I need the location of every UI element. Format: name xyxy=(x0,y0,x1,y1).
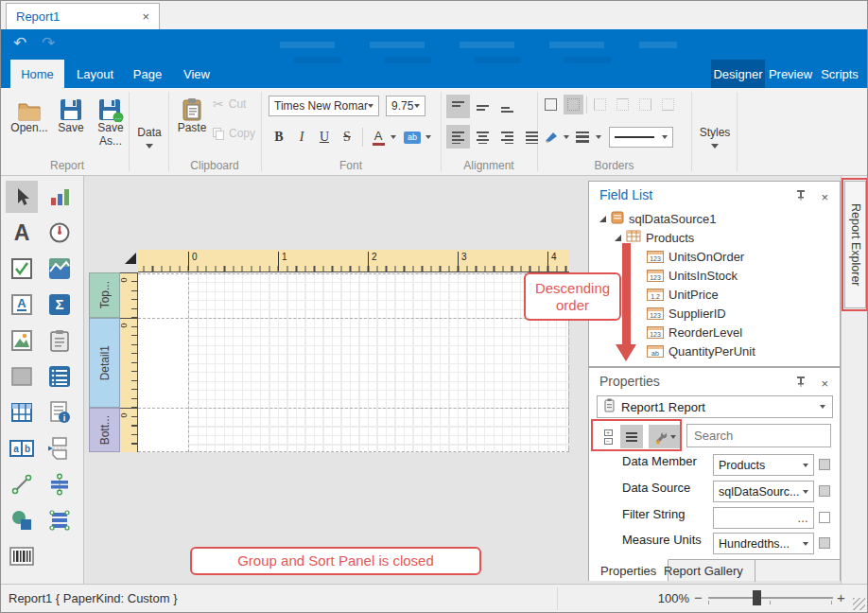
resize-grip[interactable] xyxy=(853,598,865,610)
align-left-button[interactable] xyxy=(446,125,470,149)
align-right-button[interactable] xyxy=(495,125,519,149)
expand-icon[interactable] xyxy=(599,216,606,222)
tree-field-row[interactable]: 123 UnitsOnOrder xyxy=(647,247,744,266)
tool-check-box[interactable] xyxy=(6,253,38,285)
border-color-dropdown-icon[interactable] xyxy=(564,135,569,139)
tool-page-info[interactable]: i xyxy=(43,396,76,429)
highlight-button[interactable]: ab xyxy=(404,131,421,144)
property-marker[interactable] xyxy=(819,512,830,523)
underline-button[interactable]: U xyxy=(314,126,335,149)
tool-pointer[interactable] xyxy=(6,181,38,213)
font-color-button[interactable]: A xyxy=(368,126,389,149)
cut-button[interactable]: ✂ Cut xyxy=(213,96,246,112)
border-right-button[interactable] xyxy=(635,95,655,114)
border-bottom-button[interactable] xyxy=(658,95,678,114)
bold-button[interactable]: B xyxy=(269,126,289,149)
pin-icon[interactable] xyxy=(796,188,806,205)
font-family-combo[interactable]: Times New Romar xyxy=(269,96,379,116)
strikeout-button[interactable]: S xyxy=(337,126,357,149)
ribbon-tab-home[interactable]: Home xyxy=(10,60,64,88)
data-source-dropdown[interactable]: sqlDataSourc... xyxy=(713,481,814,502)
border-all-button[interactable] xyxy=(541,95,561,114)
highlight-dropdown-icon[interactable] xyxy=(425,135,431,139)
tool-page-break[interactable] xyxy=(43,432,76,464)
ribbon-tab-page[interactable]: Page xyxy=(126,60,169,88)
tool-picture-box[interactable] xyxy=(6,324,38,357)
data-button[interactable]: Data xyxy=(132,94,166,154)
view-tab-preview[interactable]: Preview xyxy=(767,60,814,88)
measure-units-dropdown[interactable]: Hundredths... xyxy=(713,533,814,554)
save-as-button[interactable]: … Save As... xyxy=(91,94,130,149)
italic-button[interactable]: I xyxy=(291,126,312,149)
tree-field-row[interactable]: 123 SupplierID xyxy=(647,304,726,323)
properties-search-input[interactable] xyxy=(686,424,831,447)
tool-table[interactable] xyxy=(6,396,38,429)
property-marker[interactable] xyxy=(819,459,830,470)
align-middle-button[interactable] xyxy=(471,95,495,118)
tool-label[interactable]: A xyxy=(6,217,38,249)
view-tab-designer[interactable]: Designer xyxy=(711,60,765,88)
font-size-combo[interactable]: 9.75 xyxy=(386,96,425,116)
tool-gauge[interactable] xyxy=(43,217,76,249)
filter-string-editor[interactable]: … xyxy=(713,507,814,529)
zoom-slider-thumb[interactable] xyxy=(753,590,761,605)
tool-panel[interactable] xyxy=(43,324,76,357)
property-marker[interactable] xyxy=(819,485,830,497)
align-center-button[interactable] xyxy=(471,125,495,149)
undo-icon[interactable]: ↶ xyxy=(13,33,26,53)
border-width-icon[interactable] xyxy=(571,125,594,149)
ribbon-tab-view[interactable]: View xyxy=(175,60,218,88)
paste-button[interactable]: Paste xyxy=(175,94,209,135)
styles-button[interactable]: Styles xyxy=(695,94,735,154)
expand-icon[interactable] xyxy=(615,235,621,241)
border-left-button[interactable] xyxy=(590,95,610,114)
font-color-dropdown-icon[interactable] xyxy=(391,135,396,139)
tool-shape[interactable] xyxy=(6,504,38,536)
border-inside-button[interactable] xyxy=(564,95,583,114)
copy-button[interactable]: Copy xyxy=(213,127,255,140)
tool-line[interactable] xyxy=(6,468,38,500)
tool-chart[interactable] xyxy=(43,181,76,213)
document-tab-report1[interactable]: Report1 × xyxy=(6,3,160,29)
tool-rich-text[interactable]: A xyxy=(6,289,38,321)
tool-summary[interactable]: Σ xyxy=(43,289,76,321)
tool-list[interactable] xyxy=(43,360,76,393)
zoom-out-button[interactable]: − xyxy=(694,589,703,605)
tab-report-gallery[interactable]: Report Gallery xyxy=(652,560,755,582)
tool-sparkline[interactable] xyxy=(43,253,76,285)
border-color-pen-icon[interactable] xyxy=(541,125,562,149)
view-tab-scripts[interactable]: Scripts xyxy=(816,60,863,88)
ribbon-tab-layout[interactable]: Layout xyxy=(69,60,121,88)
tool-character-comb[interactable]: ab xyxy=(6,432,38,464)
align-bottom-button[interactable] xyxy=(495,95,519,118)
band-detail[interactable]: Detail1 xyxy=(89,318,120,408)
ellipsis-button[interactable]: … xyxy=(797,517,808,520)
pin-icon[interactable] xyxy=(796,375,806,392)
zoom-in-button[interactable]: + xyxy=(837,589,845,605)
band-top-margin[interactable]: Top... xyxy=(89,272,120,318)
redo-icon[interactable]: ↷ xyxy=(42,33,55,53)
property-marker[interactable] xyxy=(819,537,830,549)
border-top-button[interactable] xyxy=(613,95,633,114)
tree-node-datasource[interactable]: sqlDataSource1 xyxy=(599,209,717,228)
close-icon[interactable]: × xyxy=(821,190,828,204)
tree-field-row[interactable]: 123 UnitsInStock xyxy=(647,266,738,285)
tool-bar-code[interactable] xyxy=(6,540,38,572)
tree-field-row[interactable]: 1.2 UnitPrice xyxy=(647,285,719,304)
save-button[interactable]: Save xyxy=(53,94,89,135)
tool-table-of-contents[interactable] xyxy=(43,468,76,500)
border-line-style-combo[interactable] xyxy=(609,127,673,148)
open-button[interactable]: Open... xyxy=(9,94,50,135)
data-member-dropdown[interactable]: Products xyxy=(713,454,814,476)
border-width-dropdown-icon[interactable] xyxy=(596,135,601,139)
close-icon[interactable]: × xyxy=(821,377,828,391)
band-bottom-margin[interactable]: Bott... xyxy=(89,408,120,452)
zoom-slider-track[interactable] xyxy=(708,597,833,599)
align-top-button[interactable] xyxy=(446,95,470,118)
tool-shape-rectangle[interactable] xyxy=(6,360,38,393)
tool-pivot-grid[interactable] xyxy=(43,504,76,536)
tree-field-row[interactable]: ab QuantityPerUnit xyxy=(647,342,755,360)
tree-field-row[interactable]: 123 ReorderLevel xyxy=(647,323,742,342)
object-selector-combo[interactable]: Report1 Report xyxy=(597,395,833,418)
document-tab-close-icon[interactable]: × xyxy=(142,9,149,24)
